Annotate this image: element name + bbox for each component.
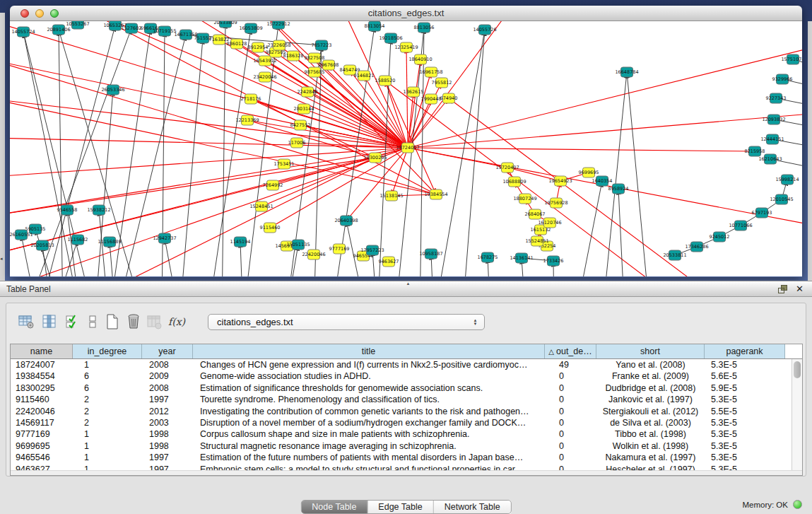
network-node[interactable]: 12444151 (760, 134, 784, 144)
column-header-out_degree[interactable]: △out_de… (545, 344, 596, 358)
network-node[interactable]: 8813056 (414, 23, 435, 33)
network-node[interactable]: 19654923 (548, 176, 572, 186)
network-node[interactable]: 9827508 (305, 53, 325, 63)
network-node[interactable]: 22420046 (302, 250, 325, 259)
network-node[interactable]: 8958924 (608, 184, 629, 194)
network-node[interactable]: 2967608 (319, 60, 339, 70)
network-node[interactable]: 1640354 (592, 176, 613, 186)
window-minimize-button[interactable] (35, 9, 44, 18)
network-node[interactable]: 10688809 (502, 177, 526, 187)
table-row[interactable]: 1872400712008Changes of HCN gene express… (11, 359, 802, 370)
network-node[interactable]: 26053346 (101, 85, 124, 95)
delete-button[interactable] (125, 313, 142, 330)
close-panel-button[interactable]: ✕ (796, 284, 804, 294)
network-edge[interactable] (10, 138, 408, 148)
tab-edge-table[interactable]: Edge Table (367, 501, 433, 513)
table-row[interactable]: 1830029562008Estimation of significance … (11, 382, 802, 394)
network-edge[interactable] (10, 148, 408, 177)
network-node[interactable]: 16210643 (758, 154, 782, 164)
table-row[interactable]: 946554611997Estimation of the future num… (11, 452, 802, 463)
network-node[interactable]: 15938212 (87, 205, 110, 215)
tab-node-table[interactable]: Node Table (301, 501, 367, 513)
network-edge[interactable] (35, 229, 63, 276)
scrollbar-thumb[interactable] (794, 361, 801, 378)
network-node[interactable]: 15722912 (266, 21, 290, 29)
network-node[interactable]: 9546558 (57, 205, 78, 215)
network-node[interactable]: 9699695 (579, 168, 599, 177)
window-close-button[interactable] (20, 9, 29, 18)
table-panel-header[interactable]: ▲ Table Panel ✕ (0, 281, 812, 297)
network-node[interactable]: 19756928 (544, 198, 567, 208)
column-header-pagerank[interactable]: pagerank (705, 344, 785, 358)
network-node[interactable]: 10958187 (419, 249, 442, 259)
tab-network-table[interactable]: Network Table (434, 501, 511, 513)
network-node[interactable]: 2803144 (294, 104, 314, 114)
network-node[interactable]: 7857223 (312, 40, 332, 50)
select-all-button[interactable] (64, 313, 81, 330)
window-zoom-button[interactable] (50, 9, 59, 18)
show-column-button[interactable] (41, 313, 58, 330)
network-node[interactable]: 8215958 (745, 146, 765, 156)
network-node[interactable]: 8813054 (365, 21, 385, 31)
network-edge[interactable] (21, 235, 38, 276)
network-node[interactable]: 9329966 (772, 74, 793, 84)
network-edge[interactable] (270, 148, 408, 228)
network-node[interactable]: 1733426 (543, 256, 564, 266)
panel-resize-handle-icon[interactable]: ▲ (406, 281, 411, 286)
network-node[interactable]: 16961758 (419, 67, 442, 77)
network-edge[interactable] (59, 30, 63, 276)
network-node[interactable]: 1362615 (404, 87, 424, 97)
network-view[interactable]: 1170066749407515527522541115682114519413… (10, 21, 802, 276)
network-edge[interactable] (627, 72, 650, 276)
network-node[interactable]: 9777169 (329, 244, 350, 254)
network-node[interactable]: 14136141 (510, 253, 533, 263)
table-options-button[interactable] (18, 313, 35, 330)
network-edge[interactable] (618, 189, 625, 276)
function-builder-button[interactable]: f(x) (168, 315, 185, 332)
network-node[interactable]: 23420046 (253, 72, 276, 82)
network-node[interactable]: 15751074 (781, 54, 802, 64)
network-node[interactable]: 20640398 (334, 216, 358, 226)
table-selector[interactable]: citations_edges.txt ▲▼ (208, 314, 485, 330)
network-node[interactable]: 18807249 (513, 194, 536, 204)
network-node[interactable]: 18640910 (408, 54, 432, 64)
network-edge[interactable] (165, 238, 180, 276)
network-node[interactable]: 15720407 (495, 163, 519, 173)
column-header-in_degree[interactable]: in_degree (73, 344, 142, 358)
table-row[interactable]: 969969511998Structural magnetic resonanc… (11, 440, 802, 452)
horizontal-scrollbar[interactable] (11, 470, 802, 475)
column-header-year[interactable]: year (142, 344, 193, 358)
network-node[interactable]: 16053809 (239, 23, 262, 33)
network-edge[interactable] (314, 45, 322, 276)
column-header-title[interactable]: title (193, 344, 545, 358)
clear-selection-button[interactable] (84, 313, 101, 330)
network-graph[interactable]: 1170066749407515527522541115682114519413… (10, 21, 802, 276)
network-edge[interactable] (602, 72, 627, 276)
table-row[interactable]: 1456911722003Disruption of a novel membe… (11, 417, 802, 428)
network-node[interactable]: 9115460 (260, 223, 281, 233)
float-panel-button[interactable] (777, 284, 788, 294)
network-node[interactable]: 8860128 (227, 39, 247, 49)
network-node[interactable]: 20533809 (213, 21, 237, 28)
network-node[interactable]: 12213369 (235, 115, 259, 125)
network-node[interactable]: 117006 (288, 138, 306, 148)
table-row[interactable]: 1938455462009Genome-wide association stu… (11, 370, 802, 382)
network-node[interactable]: 14055726 (473, 25, 496, 35)
network-node[interactable]: 8427552 (290, 120, 311, 130)
table-row[interactable]: 977716911998Corpus callosum shape and si… (11, 428, 802, 440)
network-edge[interactable] (10, 99, 408, 148)
network-node[interactable]: 2242848 (298, 87, 318, 97)
network-node[interactable]: 19384554 (424, 189, 447, 199)
network-node[interactable]: 19218506 (379, 33, 402, 43)
network-node[interactable]: 674940 (440, 93, 458, 103)
network-node[interactable]: 2684067 (525, 209, 546, 219)
network-node[interactable]: 9227343 (766, 93, 787, 103)
vertical-scrollbar[interactable] (792, 359, 802, 471)
network-edge[interactable] (434, 30, 485, 276)
panel-collapse-icon[interactable]: ◂ (0, 256, 3, 261)
new-document-button[interactable] (104, 313, 121, 330)
network-edge[interactable] (408, 148, 755, 151)
network-edge[interactable] (575, 181, 602, 276)
network-node[interactable]: 7955812 (432, 78, 452, 88)
table-row[interactable]: 2242004622012Investigating the contribut… (11, 406, 802, 417)
